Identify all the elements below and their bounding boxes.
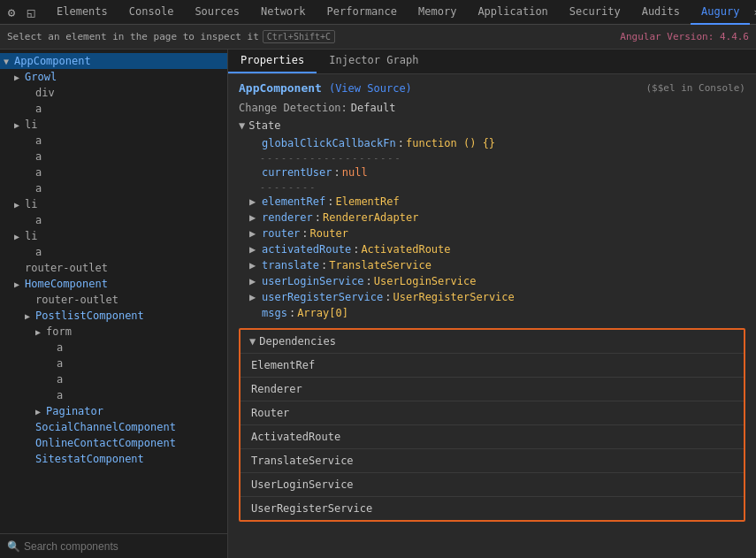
tab-network[interactable]: Network — [250, 0, 317, 25]
prop-value-func: function () {} — [406, 137, 495, 149]
prop-row-msgs: msgs : Array[0] — [239, 305, 745, 321]
prop-colon: : — [315, 211, 321, 224]
prop-row-renderer: ▶ renderer : RendererAdapter — [239, 210, 745, 225]
tree-node-router-outlet-1[interactable]: router-outlet — [0, 260, 227, 276]
dep-item-activatedroute[interactable]: ActivatedRoute — [241, 424, 744, 448]
tree-node-a5[interactable]: a — [0, 180, 227, 196]
tree-node-sitestat[interactable]: SitestatComponent — [0, 451, 227, 467]
tree-node-a9[interactable]: a — [0, 355, 227, 371]
prop-toggle-elementref[interactable]: ▶ — [249, 195, 260, 208]
tree-label-growl: Growl — [25, 71, 57, 83]
tree-label-li1: li — [25, 118, 37, 131]
func-underline-row: -------------------- — [239, 151, 745, 164]
tree-toggle-form[interactable]: ▶ — [35, 327, 46, 337]
state-toggle-icon: ▼ — [239, 119, 245, 132]
tab-console[interactable]: Console — [118, 0, 185, 25]
tree-node-a11[interactable]: a — [0, 387, 227, 403]
tree-node-a8[interactable]: a — [0, 340, 227, 355]
tree-toggle-li1[interactable]: ▶ — [14, 120, 25, 130]
console-sel-text: ($$el in Console) — [645, 82, 745, 94]
dep-item-router[interactable]: Router — [241, 401, 744, 424]
tab-performance[interactable]: Performance — [317, 0, 408, 25]
tree-label-a11: a — [57, 389, 63, 401]
tree-label-a9: a — [57, 357, 63, 370]
tree-node-li1[interactable]: ▶li — [0, 117, 227, 133]
prop-colon: : — [327, 195, 333, 208]
state-section-header[interactable]: ▼ State — [239, 119, 745, 132]
devtools-icon[interactable]: ⚙ — [4, 4, 19, 20]
prop-colon: : — [366, 275, 372, 287]
tree-node-a2[interactable]: a — [0, 133, 227, 149]
tab-augury[interactable]: Augury — [691, 0, 750, 25]
dock-icon[interactable]: ◱ — [23, 4, 39, 20]
tree-node-postlist-component[interactable]: ▶PostlistComponent — [0, 308, 227, 324]
tab-injector-graph[interactable]: Injector Graph — [317, 50, 431, 73]
tree-toggle-paginator[interactable]: ▶ — [35, 407, 46, 417]
tree-node-a6[interactable]: a — [0, 212, 227, 228]
search-icon: 🔍 — [7, 540, 20, 553]
tree-node-a10[interactable]: a — [0, 371, 227, 387]
prop-toggle-renderer[interactable]: ▶ — [249, 211, 260, 224]
tab-audits[interactable]: Audits — [631, 0, 691, 25]
search-input[interactable] — [24, 540, 220, 553]
prop-key-renderer: renderer — [262, 211, 313, 224]
tree-node-a7[interactable]: a — [0, 244, 227, 260]
dep-item-translateservice[interactable]: TranslateService — [241, 448, 744, 472]
tab-security[interactable]: Security — [559, 0, 631, 25]
tab-properties[interactable]: Properties — [228, 50, 317, 73]
tree-node-growl[interactable]: ▶Growl — [0, 69, 227, 85]
prop-toggle-userloginservice[interactable]: ▶ — [249, 275, 260, 287]
component-tree-panel: ▼AppComponent▶Growldiva▶liaaaa▶lia▶liaro… — [0, 50, 228, 558]
tree-node-div[interactable]: div — [0, 85, 227, 101]
tab-sources[interactable]: Sources — [184, 0, 250, 25]
tree-node-home-component[interactable]: ▶HomeComponent — [0, 276, 227, 292]
tree-node-form[interactable]: ▶form — [0, 324, 227, 340]
tree-label-social-channel: SocialChannelComponent — [35, 421, 176, 433]
more-tabs-icon[interactable]: » — [750, 6, 756, 19]
prop-row-translate: ▶ translate : TranslateService — [239, 257, 745, 273]
tree-toggle-app-component[interactable]: ▼ — [4, 57, 14, 66]
dep-item-elementref[interactable]: ElementRef — [241, 353, 744, 377]
tree-label-a4: a — [35, 166, 42, 179]
tree-node-a3[interactable]: a — [0, 149, 227, 164]
tree-node-li3[interactable]: ▶li — [0, 228, 227, 244]
tab-memory[interactable]: Memory — [408, 0, 467, 25]
prop-toggle-activatedroute[interactable]: ▶ — [249, 243, 260, 256]
tree-toggle-postlist-component[interactable]: ▶ — [25, 311, 35, 321]
tree-toggle-li3[interactable]: ▶ — [14, 232, 25, 241]
dep-item-renderer[interactable]: Renderer — [241, 377, 744, 401]
right-panel: Properties Injector Graph AppComponent (… — [228, 50, 756, 558]
null-dashes: -------- — [260, 182, 317, 192]
tab-elements[interactable]: Elements — [46, 0, 118, 25]
dep-item-userloginservice[interactable]: UserLoginService — [241, 472, 744, 496]
tab-bar-icons: ⚙ ◱ — [4, 4, 46, 20]
tree-node-li2[interactable]: ▶li — [0, 196, 227, 212]
tree-node-paginator[interactable]: ▶Paginator — [0, 403, 227, 419]
dep-item-userregisterservice[interactable]: UserRegisterService — [241, 496, 744, 520]
tree-toggle-home-component[interactable]: ▶ — [14, 279, 25, 289]
angular-version-badge: Angular Version: 4.4.6 — [620, 31, 749, 42]
prop-key-translate: translate — [262, 259, 319, 271]
tree-node-a1[interactable]: a — [0, 101, 227, 117]
prop-toggle-userregisterservice[interactable]: ▶ — [249, 291, 260, 303]
prop-key-router: router — [262, 227, 300, 240]
func-dashes: -------------------- — [260, 153, 401, 163]
prop-toggle-router[interactable]: ▶ — [249, 227, 260, 240]
tree-node-online-contact[interactable]: OnlineContactComponent — [0, 435, 227, 451]
tree-node-router-outlet-2[interactable]: router-outlet — [0, 292, 227, 308]
view-source-link[interactable]: (View Source) — [329, 82, 412, 95]
tree-label-form: form — [46, 325, 72, 338]
prop-toggle-translate[interactable]: ▶ — [249, 259, 260, 271]
properties-tabs: Properties Injector Graph — [228, 50, 756, 74]
prop-colon: : — [321, 259, 327, 271]
prop-value-router: Router — [310, 227, 348, 240]
component-tree: ▼AppComponent▶Growldiva▶liaaaa▶lia▶liaro… — [0, 50, 227, 533]
tree-node-social-channel[interactable]: SocialChannelComponent — [0, 419, 227, 435]
dependencies-header[interactable]: ▼ Dependencies — [241, 330, 744, 353]
tree-node-app-component[interactable]: ▼AppComponent — [0, 53, 227, 69]
tab-application[interactable]: Application — [467, 0, 558, 25]
tree-toggle-growl[interactable]: ▶ — [14, 73, 25, 82]
tree-toggle-li2[interactable]: ▶ — [14, 200, 25, 210]
tree-node-a4[interactable]: a — [0, 164, 227, 180]
tree-label-li3: li — [25, 230, 37, 242]
